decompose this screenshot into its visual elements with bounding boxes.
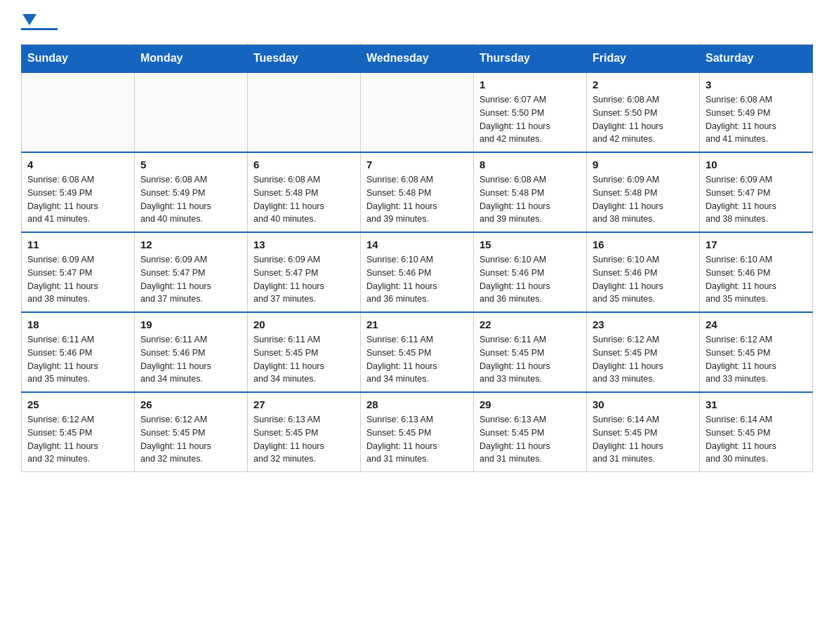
calendar-cell xyxy=(135,72,248,152)
day-info: Sunrise: 6:09 AMSunset: 5:47 PMDaylight:… xyxy=(706,173,807,226)
calendar-cell: 28Sunrise: 6:13 AMSunset: 5:45 PMDayligh… xyxy=(361,392,474,472)
day-number: 11 xyxy=(27,239,128,250)
calendar-header-tuesday: Tuesday xyxy=(248,45,361,73)
day-number: 3 xyxy=(706,79,807,90)
day-number: 17 xyxy=(706,239,807,250)
calendar-cell: 7Sunrise: 6:08 AMSunset: 5:48 PMDaylight… xyxy=(361,152,474,232)
calendar-cell: 13Sunrise: 6:09 AMSunset: 5:47 PMDayligh… xyxy=(248,232,361,312)
day-number: 5 xyxy=(140,159,241,170)
calendar-cell: 22Sunrise: 6:11 AMSunset: 5:45 PMDayligh… xyxy=(474,312,587,392)
day-number: 9 xyxy=(593,159,694,170)
day-info: Sunrise: 6:08 AMSunset: 5:48 PMDaylight:… xyxy=(366,173,468,226)
day-number: 8 xyxy=(479,159,581,170)
day-number: 12 xyxy=(140,239,241,250)
day-number: 1 xyxy=(479,79,581,90)
logo-triangle-icon xyxy=(22,14,37,25)
calendar-cell: 20Sunrise: 6:11 AMSunset: 5:45 PMDayligh… xyxy=(248,312,361,392)
day-number: 18 xyxy=(27,318,128,330)
day-info: Sunrise: 6:08 AMSunset: 5:48 PMDaylight:… xyxy=(253,173,355,226)
calendar-cell: 5Sunrise: 6:08 AMSunset: 5:49 PMDaylight… xyxy=(135,152,248,232)
calendar-cell: 26Sunrise: 6:12 AMSunset: 5:45 PMDayligh… xyxy=(135,392,248,472)
day-info: Sunrise: 6:08 AMSunset: 5:50 PMDaylight:… xyxy=(593,93,694,146)
calendar-cell: 9Sunrise: 6:09 AMSunset: 5:48 PMDaylight… xyxy=(587,152,700,232)
calendar-cell xyxy=(248,72,361,152)
calendar-cell: 31Sunrise: 6:14 AMSunset: 5:45 PMDayligh… xyxy=(700,392,813,472)
calendar-cell: 16Sunrise: 6:10 AMSunset: 5:46 PMDayligh… xyxy=(587,232,700,312)
calendar-cell: 30Sunrise: 6:14 AMSunset: 5:45 PMDayligh… xyxy=(587,392,700,472)
day-number: 16 xyxy=(593,239,694,250)
day-number: 24 xyxy=(706,318,807,330)
day-info: Sunrise: 6:11 AMSunset: 5:45 PMDaylight:… xyxy=(366,333,468,386)
day-info: Sunrise: 6:11 AMSunset: 5:46 PMDaylight:… xyxy=(27,333,128,386)
svg-marker-0 xyxy=(22,14,37,25)
day-number: 30 xyxy=(593,398,694,410)
day-info: Sunrise: 6:12 AMSunset: 5:45 PMDaylight:… xyxy=(593,333,694,386)
day-number: 25 xyxy=(27,398,128,410)
day-info: Sunrise: 6:08 AMSunset: 5:49 PMDaylight:… xyxy=(706,93,807,146)
day-info: Sunrise: 6:09 AMSunset: 5:47 PMDaylight:… xyxy=(253,253,355,306)
calendar-cell: 23Sunrise: 6:12 AMSunset: 5:45 PMDayligh… xyxy=(587,312,700,392)
day-info: Sunrise: 6:10 AMSunset: 5:46 PMDaylight:… xyxy=(593,253,694,306)
calendar-header-friday: Friday xyxy=(587,45,700,73)
day-number: 22 xyxy=(479,318,581,330)
page-header xyxy=(21,14,813,30)
day-info: Sunrise: 6:09 AMSunset: 5:47 PMDaylight:… xyxy=(27,253,128,306)
calendar-week-4: 18Sunrise: 6:11 AMSunset: 5:46 PMDayligh… xyxy=(22,312,813,392)
calendar-cell: 6Sunrise: 6:08 AMSunset: 5:48 PMDaylight… xyxy=(248,152,361,232)
day-info: Sunrise: 6:08 AMSunset: 5:48 PMDaylight:… xyxy=(479,173,581,226)
day-number: 19 xyxy=(140,318,241,330)
calendar-cell: 14Sunrise: 6:10 AMSunset: 5:46 PMDayligh… xyxy=(361,232,474,312)
day-info: Sunrise: 6:14 AMSunset: 5:45 PMDaylight:… xyxy=(593,413,694,466)
day-info: Sunrise: 6:11 AMSunset: 5:46 PMDaylight:… xyxy=(140,333,241,386)
day-info: Sunrise: 6:14 AMSunset: 5:45 PMDaylight:… xyxy=(706,413,807,466)
calendar-table: SundayMondayTuesdayWednesdayThursdayFrid… xyxy=(21,44,813,472)
day-info: Sunrise: 6:07 AMSunset: 5:50 PMDaylight:… xyxy=(479,93,581,146)
day-number: 27 xyxy=(253,398,355,410)
calendar-header-monday: Monday xyxy=(135,45,248,73)
calendar-cell: 19Sunrise: 6:11 AMSunset: 5:46 PMDayligh… xyxy=(135,312,248,392)
calendar-week-5: 25Sunrise: 6:12 AMSunset: 5:45 PMDayligh… xyxy=(22,392,813,472)
day-info: Sunrise: 6:08 AMSunset: 5:49 PMDaylight:… xyxy=(27,173,128,226)
calendar-header-sunday: Sunday xyxy=(22,45,135,73)
day-info: Sunrise: 6:13 AMSunset: 5:45 PMDaylight:… xyxy=(366,413,468,466)
calendar-header-row: SundayMondayTuesdayWednesdayThursdayFrid… xyxy=(22,45,813,73)
day-info: Sunrise: 6:08 AMSunset: 5:49 PMDaylight:… xyxy=(140,173,241,226)
day-number: 6 xyxy=(253,159,355,170)
logo xyxy=(21,14,59,30)
calendar-header-thursday: Thursday xyxy=(474,45,587,73)
day-info: Sunrise: 6:13 AMSunset: 5:45 PMDaylight:… xyxy=(479,413,581,466)
day-number: 23 xyxy=(593,318,694,330)
calendar-week-2: 4Sunrise: 6:08 AMSunset: 5:49 PMDaylight… xyxy=(22,152,813,232)
day-info: Sunrise: 6:11 AMSunset: 5:45 PMDaylight:… xyxy=(479,333,581,386)
day-number: 13 xyxy=(253,239,355,250)
day-number: 10 xyxy=(706,159,807,170)
calendar-cell: 24Sunrise: 6:12 AMSunset: 5:45 PMDayligh… xyxy=(700,312,813,392)
day-info: Sunrise: 6:11 AMSunset: 5:45 PMDaylight:… xyxy=(253,333,355,386)
calendar-cell: 3Sunrise: 6:08 AMSunset: 5:49 PMDaylight… xyxy=(700,72,813,152)
day-number: 4 xyxy=(27,159,128,170)
day-info: Sunrise: 6:10 AMSunset: 5:46 PMDaylight:… xyxy=(706,253,807,306)
day-info: Sunrise: 6:10 AMSunset: 5:46 PMDaylight:… xyxy=(479,253,581,306)
day-number: 7 xyxy=(366,159,468,170)
day-info: Sunrise: 6:09 AMSunset: 5:47 PMDaylight:… xyxy=(140,253,241,306)
calendar-cell: 1Sunrise: 6:07 AMSunset: 5:50 PMDaylight… xyxy=(474,72,587,152)
calendar-header-wednesday: Wednesday xyxy=(361,45,474,73)
day-number: 26 xyxy=(140,398,241,410)
calendar-cell: 10Sunrise: 6:09 AMSunset: 5:47 PMDayligh… xyxy=(700,152,813,232)
calendar-cell xyxy=(361,72,474,152)
day-info: Sunrise: 6:10 AMSunset: 5:46 PMDaylight:… xyxy=(366,253,468,306)
logo-underline xyxy=(21,28,58,30)
day-number: 31 xyxy=(706,398,807,410)
calendar-week-3: 11Sunrise: 6:09 AMSunset: 5:47 PMDayligh… xyxy=(22,232,813,312)
calendar-cell: 29Sunrise: 6:13 AMSunset: 5:45 PMDayligh… xyxy=(474,392,587,472)
calendar-cell: 8Sunrise: 6:08 AMSunset: 5:48 PMDaylight… xyxy=(474,152,587,232)
calendar-cell: 12Sunrise: 6:09 AMSunset: 5:47 PMDayligh… xyxy=(135,232,248,312)
day-number: 15 xyxy=(479,239,581,250)
day-number: 14 xyxy=(366,239,468,250)
calendar-cell xyxy=(22,72,135,152)
calendar-cell: 27Sunrise: 6:13 AMSunset: 5:45 PMDayligh… xyxy=(248,392,361,472)
calendar-cell: 17Sunrise: 6:10 AMSunset: 5:46 PMDayligh… xyxy=(700,232,813,312)
day-info: Sunrise: 6:12 AMSunset: 5:45 PMDaylight:… xyxy=(140,413,241,466)
calendar-header-saturday: Saturday xyxy=(700,45,813,73)
calendar-cell: 25Sunrise: 6:12 AMSunset: 5:45 PMDayligh… xyxy=(22,392,135,472)
